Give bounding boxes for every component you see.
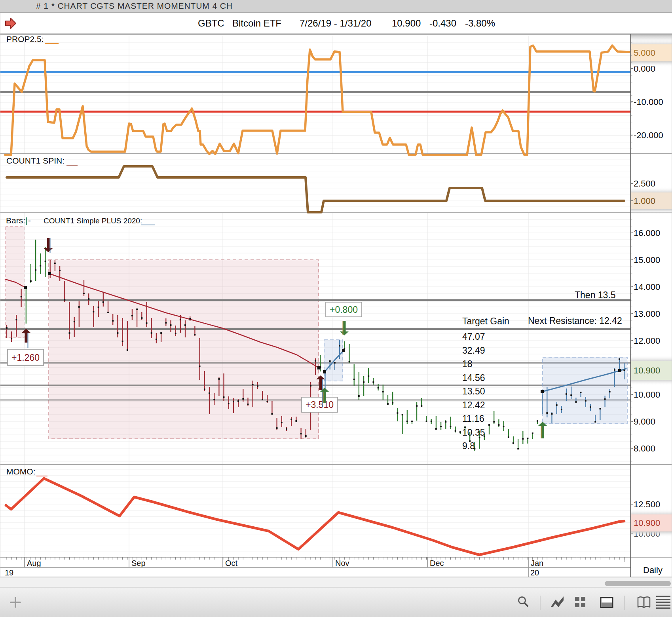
svg-text:Then 13.5: Then 13.5 [575,290,616,300]
svg-text:# 1 * CHART CGTS MASTER MOMENT: # 1 * CHART CGTS MASTER MOMENTUM 4 CH [36,1,233,10]
svg-text:5.000: 5.000 [634,48,655,58]
svg-text:32.49: 32.49 [462,345,485,356]
svg-text:9.000: 9.000 [634,417,655,427]
svg-text:Aug: Aug [27,559,41,567]
svg-text:12.42: 12.42 [462,400,485,410]
svg-text:-3.80%: -3.80% [465,18,495,29]
svg-text:-10.000: -10.000 [634,97,663,107]
svg-text:13.50: 13.50 [462,386,485,396]
svg-text:-0.430: -0.430 [429,18,456,29]
svg-text:PROP2.5:: PROP2.5: [6,34,44,44]
svg-text:12.000: 12.000 [634,336,660,346]
svg-text:Bitcoin ETF: Bitcoin ETF [232,18,281,29]
svg-text:10.000: 10.000 [634,390,660,400]
svg-text:14.56: 14.56 [462,373,485,383]
svg-text:Jan: Jan [531,559,543,567]
svg-text:7/26/19 - 1/31/20: 7/26/19 - 1/31/20 [300,18,371,29]
svg-text:-: - [28,216,31,225]
svg-text:MOMO:: MOMO: [6,467,36,476]
svg-text:16.000: 16.000 [634,228,660,238]
svg-text:15.000: 15.000 [634,255,660,265]
svg-text:10.900: 10.900 [634,518,660,528]
svg-text:Target Gain: Target Gain [462,316,509,326]
svg-text:9.8: 9.8 [462,441,475,451]
svg-text:8.000: 8.000 [634,444,655,453]
svg-text:10.35: 10.35 [462,427,485,438]
svg-text:+0.800: +0.800 [330,305,358,315]
svg-text:COUNT1 SPIN:: COUNT1 SPIN: [6,156,65,165]
svg-text:Oct: Oct [225,559,238,567]
svg-text:+1.260: +1.260 [11,352,40,363]
svg-text:Bars:: Bars: [6,216,25,225]
svg-text:Sep: Sep [131,559,146,567]
svg-text:-20.000: -20.000 [634,130,663,140]
svg-text:10.900: 10.900 [634,366,660,375]
svg-text:COUNT1 Simple PLUS 2020:: COUNT1 Simple PLUS 2020: [44,217,142,225]
svg-text:12.500: 12.500 [634,499,660,509]
svg-text:Nov: Nov [335,559,349,567]
svg-text:Next Resistance: 12.42: Next Resistance: 12.42 [528,316,622,326]
svg-text:11.16: 11.16 [462,413,484,424]
svg-text:47.07: 47.07 [462,331,485,342]
svg-text:Dec: Dec [430,559,444,567]
svg-text:19: 19 [5,568,13,577]
svg-text:10.900: 10.900 [392,18,421,29]
svg-text:1.000: 1.000 [634,196,655,206]
svg-text:+3.510: +3.510 [306,400,334,410]
svg-text:20: 20 [530,568,539,577]
svg-text:13.000: 13.000 [634,309,660,319]
svg-text:18: 18 [462,359,473,369]
svg-text:Daily: Daily [643,565,663,575]
svg-text:14.000: 14.000 [634,282,660,292]
svg-text:GBTC: GBTC [198,18,224,29]
svg-text:|: | [25,216,27,225]
